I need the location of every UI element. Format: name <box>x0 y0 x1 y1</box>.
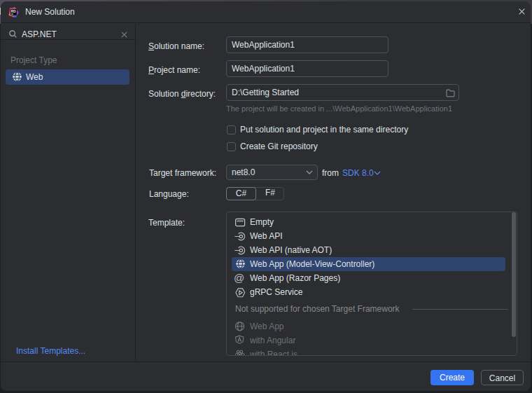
svg-text:RD: RD <box>11 10 16 13</box>
